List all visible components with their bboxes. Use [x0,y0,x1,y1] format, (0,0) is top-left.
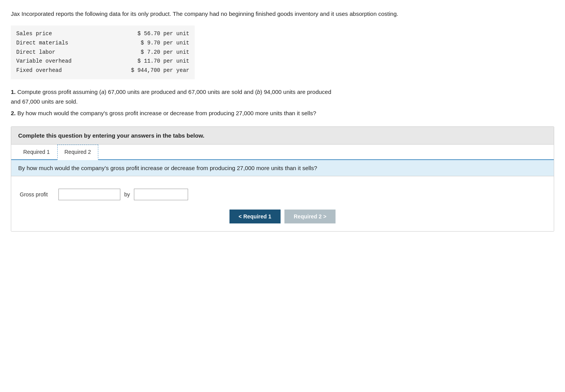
row-label: Direct materials [16,39,94,48]
gross-profit-input-1[interactable] [58,189,120,200]
intro-paragraph: Jax Incorporated reports the following d… [11,9,554,19]
row-unit: per unit [163,57,189,66]
row-label: Fixed overhead [16,66,94,75]
next-button[interactable]: Required 2 > [284,210,336,223]
table-row: Direct materials $ 9.70 per unit [16,39,189,48]
question-box-header: Complete this question by entering your … [11,127,554,145]
row-label: Direct labor [16,48,94,57]
row-value: $ 11.70 [94,57,163,66]
tab2-content: Gross profit by < Required 1 Required 2 … [11,183,554,231]
table-row: Variable overhead $ 11.70 per unit [16,57,189,66]
prev-button[interactable]: < Required 1 [229,210,281,223]
tab-required-1[interactable]: Required 1 [16,145,57,159]
question-2: 2. By how much would the company's gross… [11,108,554,118]
nav-buttons: < Required 1 Required 2 > [18,210,547,223]
row-value: $ 56.70 [94,29,163,39]
by-label: by [124,191,130,198]
table-row: Direct labor $ 7.20 per unit [16,48,189,57]
gross-profit-label: Gross profit [20,191,55,198]
table-row: Fixed overhead $ 944,700 per year [16,66,189,75]
q1-bold: 1. [11,89,16,95]
row-value: $ 944,700 [94,66,163,75]
tab-required-2[interactable]: Required 2 [57,145,99,160]
row-label: Sales price [16,29,94,39]
answer-row: Gross profit by [18,189,547,200]
gross-profit-input-2[interactable] [134,189,188,200]
question-box: Complete this question by entering your … [11,126,554,232]
questions-section: 1. Compute gross profit assuming (a) 67,… [11,87,554,118]
q2-bold: 2. [11,110,16,116]
row-value: $ 7.20 [94,48,163,57]
tabs-row: Required 1 Required 2 [11,145,554,160]
row-label: Variable overhead [16,57,94,66]
row-unit: per unit [163,48,189,57]
row-unit: per unit [163,29,189,39]
table-row: Sales price $ 56.70 per unit [16,29,189,39]
row-value: $ 9.70 [94,39,163,48]
row-unit: per year [163,66,189,75]
row-unit: per unit [163,39,189,48]
data-table: Sales price $ 56.70 per unit Direct mate… [11,26,195,79]
tab2-question-text: By how much would the company’s gross pr… [11,160,554,176]
question-1: 1. Compute gross profit assuming (a) 67,… [11,87,554,107]
